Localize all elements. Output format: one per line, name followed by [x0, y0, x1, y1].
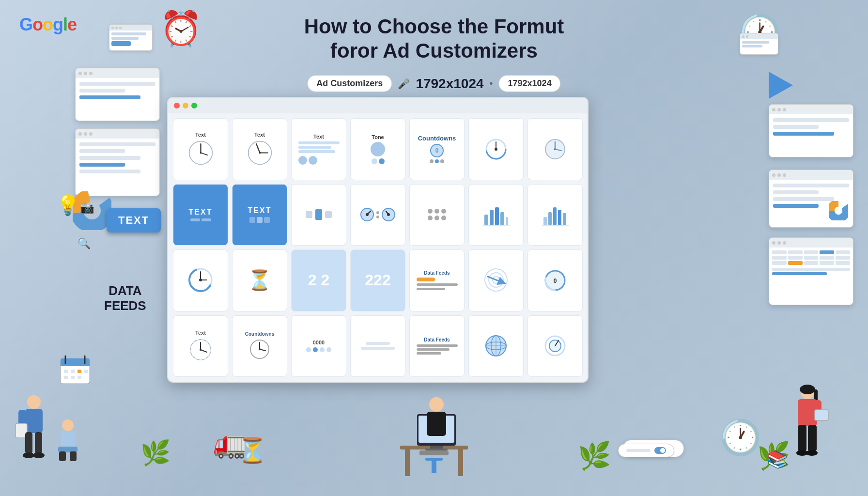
- grid-cell-circular-3[interactable]: [527, 315, 583, 377]
- plant-right-1-icon: 🌿: [578, 440, 611, 472]
- grid-cell-text-blue-2[interactable]: TEXT: [232, 184, 287, 246]
- svg-rect-109: [430, 446, 443, 449]
- grid-cell-text-blue-1[interactable]: TEXT: [173, 184, 228, 246]
- play-button-icon[interactable]: [769, 72, 793, 99]
- grid-cell-gauge-1[interactable]: [468, 118, 524, 180]
- grid-cell-dial[interactable]: [350, 184, 405, 246]
- svg-point-89: [62, 419, 74, 431]
- svg-point-88: [33, 452, 45, 458]
- page-title: How to Choose the Formut foror Ad Custom…: [304, 15, 564, 63]
- grid-cell-media-controls[interactable]: [291, 184, 346, 246]
- grid-cell-tone[interactable]: Tone: [350, 118, 405, 180]
- grid-cell-text-clock-1[interactable]: Text: [173, 118, 228, 180]
- svg-rect-93: [70, 451, 77, 461]
- svg-rect-14: [84, 370, 88, 373]
- alarm-icon: ⏰: [160, 9, 202, 48]
- hourglass-icon: ⏳: [237, 436, 267, 465]
- svg-point-36: [366, 213, 369, 216]
- subtitle-bar: Ad Customizers 🎤 868x496 • 868x496: [307, 75, 560, 92]
- grid-cell-globe[interactable]: [468, 315, 524, 377]
- svg-rect-40: [484, 215, 488, 225]
- svg-rect-115: [427, 412, 446, 436]
- svg-rect-16: [71, 376, 75, 379]
- svg-rect-50: [563, 213, 566, 225]
- data-feeds-label: DATAFEEDS: [104, 283, 146, 313]
- svg-rect-11: [64, 370, 68, 373]
- maximize-button[interactable]: [191, 103, 197, 108]
- main-browser-window: Text Text Text: [167, 97, 589, 383]
- svg-rect-41: [490, 210, 494, 225]
- lamp-icon: 💡: [56, 194, 80, 217]
- svg-rect-110: [425, 449, 448, 450]
- svg-point-81: [27, 395, 41, 409]
- svg-rect-92: [59, 451, 66, 461]
- minimize-button[interactable]: [183, 103, 188, 108]
- clock-bottom-right-icon: 🕐: [719, 418, 761, 457]
- svg-point-39: [387, 213, 390, 216]
- svg-rect-106: [458, 450, 463, 476]
- grid-cell-text-lines[interactable]: Text: [291, 118, 346, 180]
- svg-rect-12: [71, 370, 75, 373]
- small-browser-topright: [740, 33, 778, 55]
- grid-cell-countdown-dial[interactable]: [173, 249, 228, 311]
- person-left-standing: [15, 392, 53, 472]
- svg-rect-113: [432, 461, 436, 473]
- grid-cell-dots[interactable]: [409, 184, 465, 246]
- svg-rect-105: [405, 450, 410, 476]
- svg-point-103: [806, 450, 818, 456]
- small-browser-topleft: [109, 24, 153, 51]
- text-button-3d[interactable]: TEXT: [107, 208, 161, 232]
- svg-rect-85: [25, 432, 32, 454]
- grid-cell-number-22[interactable]: 2 2: [291, 249, 346, 311]
- grid-cell-circular-2[interactable]: 0: [527, 249, 583, 311]
- close-button[interactable]: [174, 103, 180, 108]
- plant-left-icon: 🌿: [140, 439, 170, 467]
- scene: Google ⏰ 🕐 How to Choose the Formut for: [0, 0, 868, 496]
- gauge-icon-1: [484, 137, 508, 161]
- svg-rect-100: [798, 425, 806, 451]
- grid-cell-hourglass[interactable]: ⏳: [232, 249, 287, 311]
- grid-cell-clock-icon[interactable]: [527, 118, 583, 180]
- person-child-sitting: [53, 417, 82, 467]
- analog-clock-1: [187, 140, 214, 166]
- deco-browser-right-2: [769, 170, 853, 228]
- svg-rect-13: [78, 370, 81, 373]
- grid-cell-text-small-clock[interactable]: Text: [173, 315, 228, 377]
- analog-clock-2: [247, 140, 273, 166]
- grid-cell-data-feeds-2[interactable]: Data Feeds: [409, 315, 465, 377]
- gauge-icon-2: [543, 137, 567, 161]
- search-icon-deco: 🔍: [78, 237, 91, 250]
- svg-rect-48: [553, 207, 557, 225]
- grid-cell-bar-chart-2[interactable]: [527, 184, 583, 246]
- svg-rect-49: [558, 210, 561, 225]
- grid-cell-symbols[interactable]: 0000: [291, 315, 346, 377]
- format-grid: Text Text Text: [168, 113, 588, 382]
- svg-point-95: [800, 385, 815, 394]
- dimension-text-1: 868x496: [416, 76, 483, 92]
- grid-cell-countdowns-2[interactable]: Countdowns: [232, 315, 287, 377]
- svg-rect-101: [808, 425, 817, 451]
- grid-cell-data-feeds-progress[interactable]: Data Feeds: [409, 249, 465, 311]
- person-right-woman: [786, 383, 829, 472]
- svg-rect-86: [35, 432, 42, 454]
- grid-cell-countdowns-1[interactable]: Countdowns 0: [409, 118, 465, 180]
- ad-customizers-pill[interactable]: Ad Customizers: [307, 75, 392, 92]
- svg-rect-43: [500, 212, 504, 225]
- grid-cell-target[interactable]: [468, 249, 524, 311]
- books-icon: 📚: [767, 450, 788, 469]
- data-feeds-toggle-bar[interactable]: [618, 444, 674, 457]
- grid-cell-bar-chart-1[interactable]: [468, 184, 524, 246]
- svg-text:0: 0: [554, 278, 557, 284]
- deco-browser-right-3: [769, 237, 853, 305]
- svg-rect-112: [425, 458, 443, 461]
- svg-rect-90: [61, 431, 75, 448]
- svg-point-2: [835, 207, 842, 215]
- svg-point-87: [23, 452, 34, 458]
- svg-rect-47: [548, 212, 552, 225]
- grid-cell-number-222[interactable]: 222: [350, 249, 405, 311]
- grid-cell-text-clock-2[interactable]: Text: [232, 118, 287, 180]
- camera-icon: 📷: [80, 201, 94, 215]
- svg-rect-42: [495, 207, 499, 225]
- svg-rect-44: [506, 217, 508, 225]
- dimension-pill-2[interactable]: 868x496: [499, 75, 561, 92]
